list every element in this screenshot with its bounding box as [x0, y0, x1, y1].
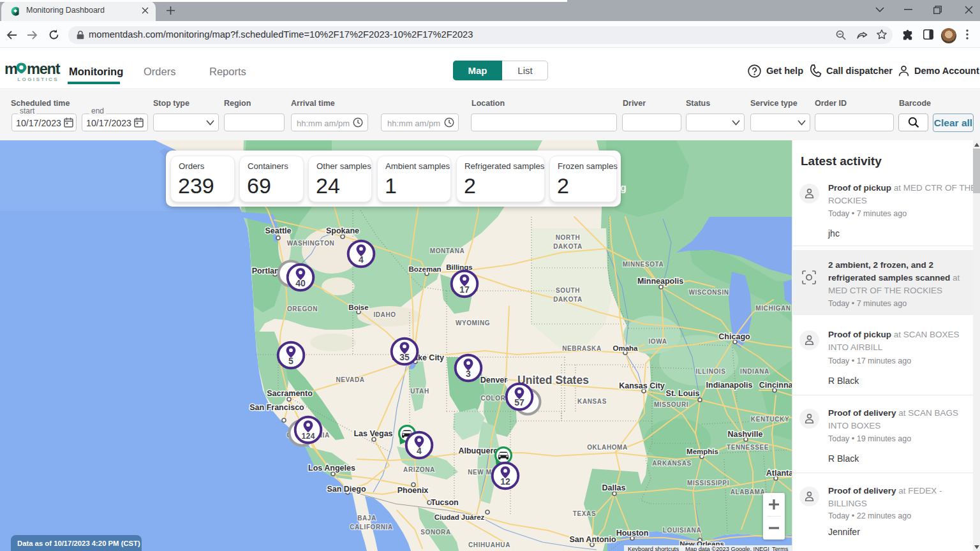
- svg-text:17: 17: [459, 284, 470, 295]
- svg-text:12: 12: [500, 476, 510, 487]
- svg-text:San Diego: San Diego: [327, 485, 366, 494]
- svg-text:Los Angeles: Los Angeles: [308, 464, 355, 473]
- svg-text:MICHIGAN: MICHIGAN: [755, 305, 791, 312]
- svg-text:SONORA: SONORA: [420, 529, 451, 536]
- svg-text:Indianapolis: Indianapolis: [706, 381, 753, 390]
- svg-text:LOUISIANA: LOUISIANA: [663, 527, 701, 534]
- svg-text:4: 4: [417, 446, 422, 456]
- svg-text:KENTUCKY: KENTUCKY: [751, 416, 789, 423]
- svg-text:St. Louis: St. Louis: [666, 389, 700, 398]
- svg-text:Chicago: Chicago: [718, 332, 750, 341]
- svg-text:Minneapolis: Minneapolis: [637, 277, 683, 286]
- svg-text:Houston: Houston: [616, 529, 649, 538]
- svg-text:United States: United States: [517, 374, 589, 386]
- svg-text:SOUTH: SOUTH: [556, 287, 580, 294]
- svg-text:Nashville: Nashville: [728, 430, 763, 439]
- svg-text:m: m: [5, 61, 17, 77]
- svg-text:MISSISSIPPI: MISSISSIPPI: [687, 480, 729, 487]
- svg-text:DAKOTA: DAKOTA: [553, 296, 583, 303]
- svg-text:ment: ment: [27, 61, 61, 77]
- svg-text:Cincinnati: Cincinnati: [759, 381, 792, 390]
- svg-text:Ciudad Juárez: Ciudad Juárez: [434, 513, 485, 521]
- svg-text:Tucson: Tucson: [431, 498, 459, 507]
- svg-text:San Francisco: San Francisco: [249, 403, 304, 412]
- svg-text:Omaha: Omaha: [613, 344, 639, 352]
- svg-text:Denver: Denver: [480, 376, 508, 385]
- svg-text:DAKOTA: DAKOTA: [553, 243, 583, 250]
- svg-text:35: 35: [399, 352, 410, 362]
- svg-text:57: 57: [514, 397, 524, 408]
- svg-text:NORTH: NORTH: [556, 234, 581, 241]
- svg-text:Memphis: Memphis: [687, 448, 718, 455]
- svg-text:Bozeman: Bozeman: [408, 265, 441, 273]
- svg-text:NEBRASKA: NEBRASKA: [562, 345, 601, 352]
- svg-text:Billings: Billings: [446, 263, 473, 271]
- svg-text:BAJA: BAJA: [357, 515, 376, 522]
- svg-text:ARKANSAS: ARKANSAS: [652, 460, 691, 467]
- svg-text:ILLINOIS: ILLINOIS: [695, 368, 725, 375]
- svg-text:3: 3: [466, 369, 471, 379]
- svg-text:LOGISTICS: LOGISTICS: [17, 77, 59, 82]
- svg-text:CHIHUAHUA: CHIHUAHUA: [468, 541, 510, 548]
- svg-text:CALIFORNIA: CALIFORNIA: [350, 524, 393, 531]
- svg-text:ALABAMA: ALABAMA: [731, 489, 766, 496]
- svg-text:Las Vegas: Las Vegas: [353, 429, 392, 438]
- svg-text:40: 40: [295, 278, 306, 288]
- svg-text:5: 5: [288, 356, 293, 366]
- svg-text:Atlanta: Atlanta: [766, 469, 792, 478]
- svg-text:OREGON: OREGON: [287, 305, 318, 312]
- svg-text:WASHINGTON: WASHINGTON: [287, 240, 335, 247]
- svg-text:Kansas City: Kansas City: [619, 381, 665, 390]
- svg-text:ARIZONA: ARIZONA: [403, 466, 435, 473]
- svg-text:WISCONSIN: WISCONSIN: [688, 289, 729, 296]
- svg-text:124: 124: [302, 432, 315, 441]
- svg-text:Phoenix: Phoenix: [397, 486, 429, 495]
- svg-text:MISSOURI: MISSOURI: [654, 401, 688, 408]
- svg-text:Dallas: Dallas: [602, 483, 626, 492]
- svg-text:WYOMING: WYOMING: [456, 320, 490, 327]
- svg-text:Seattle: Seattle: [265, 226, 292, 235]
- svg-text:TEXAS: TEXAS: [573, 510, 596, 517]
- svg-text:TENNESSEE: TENNESSEE: [727, 444, 769, 451]
- svg-text:NEVADA: NEVADA: [336, 376, 364, 383]
- svg-text:UTAH: UTAH: [410, 388, 429, 395]
- svg-text:g: g: [620, 182, 627, 193]
- svg-text:INDIANA: INDIANA: [740, 368, 769, 375]
- svg-text:San Antonio: San Antonio: [569, 535, 616, 544]
- svg-text:OKLAHOMA: OKLAHOMA: [587, 444, 628, 451]
- svg-text:MONTANA: MONTANA: [430, 247, 465, 254]
- svg-text:Spokane: Spokane: [326, 226, 359, 235]
- svg-text:Boise: Boise: [348, 304, 368, 311]
- svg-text:KANSAS: KANSAS: [577, 398, 607, 405]
- svg-text:Sacramento: Sacramento: [267, 389, 313, 398]
- svg-text:4: 4: [359, 254, 364, 265]
- svg-text:MINNESOTA: MINNESOTA: [623, 261, 664, 268]
- svg-text:IDAHO: IDAHO: [373, 311, 396, 318]
- svg-text:IOWA: IOWA: [648, 338, 667, 345]
